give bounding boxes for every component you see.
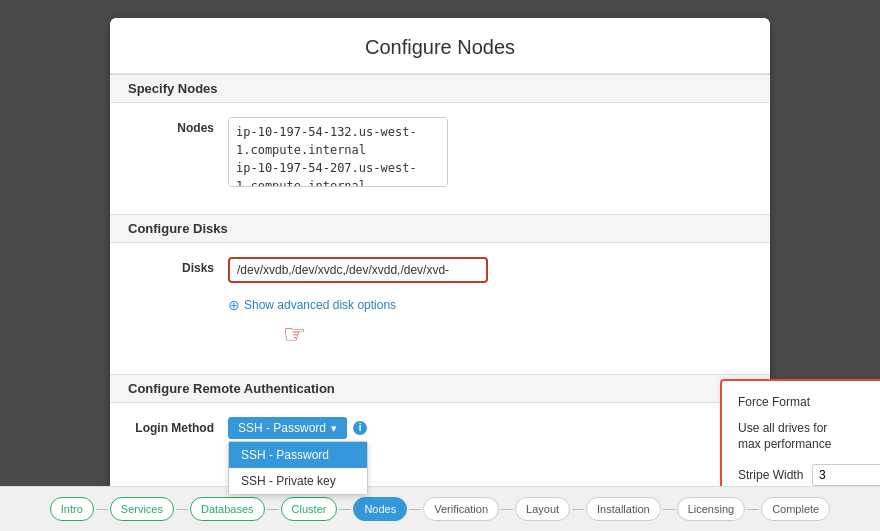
dropdown-ssh-password[interactable]: SSH - Password: [229, 442, 367, 468]
tab-licensing[interactable]: Licensing: [677, 497, 745, 521]
nav-connector-3: [267, 509, 279, 510]
tab-layout[interactable]: Layout: [515, 497, 570, 521]
specify-nodes-header: Specify Nodes: [110, 74, 770, 103]
stripe-width-row: Stripe Width: [738, 464, 880, 486]
nav-connector-2: [176, 509, 188, 510]
disks-input[interactable]: [228, 257, 488, 283]
disks-label: Disks: [128, 257, 228, 275]
nav-connector-5: [409, 509, 421, 510]
specify-nodes-section: Specify Nodes Nodes: [110, 74, 770, 214]
force-format-row: Force Format i: [738, 395, 880, 409]
nav-connector-7: [572, 509, 584, 510]
page-title: Configure Nodes: [110, 18, 770, 74]
login-method-label: Login Method: [128, 417, 228, 435]
nav-connector-6: [501, 509, 513, 510]
configure-auth-header: Configure Remote Authentication: [110, 374, 770, 403]
advanced-link-text: Show advanced disk options: [244, 298, 396, 312]
nodes-label: Nodes: [128, 117, 228, 135]
plus-icon: ⊕: [228, 297, 240, 313]
tab-cluster[interactable]: Cluster: [281, 497, 338, 521]
popup-box: Force Format i Use all drives for max pe…: [720, 379, 880, 502]
login-method-info-icon[interactable]: i: [353, 421, 367, 435]
nav-connector-8: [663, 509, 675, 510]
login-method-value: SSH - Password: [238, 421, 326, 435]
nodes-row: Nodes: [128, 117, 752, 190]
configure-disks-body: Disks ⊕ Show advanced disk options ☞: [110, 243, 770, 374]
force-format-label: Force Format: [738, 395, 810, 409]
tab-complete[interactable]: Complete: [761, 497, 830, 521]
disks-control: [228, 257, 752, 283]
show-advanced-link[interactable]: ⊕ Show advanced disk options: [228, 297, 396, 313]
login-method-row: Login Method SSH - Password i SSH - Pass…: [128, 417, 752, 439]
tab-services[interactable]: Services: [110, 497, 174, 521]
specify-nodes-body: Nodes: [110, 103, 770, 214]
tab-databases[interactable]: Databases: [190, 497, 265, 521]
nav-tabs: Intro Services Databases Cluster Nodes V…: [48, 497, 832, 521]
tab-nodes[interactable]: Nodes: [353, 497, 407, 521]
app-wrapper: Configure Nodes Specify Nodes Nodes Conf…: [0, 0, 880, 531]
configure-disks-section: Configure Disks Disks ⊕ Show advanced di…: [110, 214, 770, 374]
disks-row: Disks: [128, 257, 752, 283]
nav-connector-4: [339, 509, 351, 510]
cursor-hand-icon: ☞: [283, 319, 306, 349]
nav-connector-1: [96, 509, 108, 510]
tab-intro[interactable]: Intro: [50, 497, 94, 521]
tab-verification[interactable]: Verification: [423, 497, 499, 521]
nodes-control: [228, 117, 752, 190]
login-method-dropdown[interactable]: SSH - Password: [228, 417, 347, 439]
stripe-width-input[interactable]: [812, 464, 880, 486]
dropdown-ssh-private-key[interactable]: SSH - Private key: [229, 468, 367, 494]
advanced-link-control: ⊕ Show advanced disk options ☞: [228, 293, 752, 350]
stripe-width-label: Stripe Width: [738, 468, 803, 482]
use-all-drives-row: Use all drives for max performance i: [738, 421, 880, 452]
nav-connector-9: [747, 509, 759, 510]
login-dropdown-menu: SSH - Password SSH - Private key: [228, 441, 368, 495]
tab-installation[interactable]: Installation: [586, 497, 661, 521]
main-panel: Configure Nodes Specify Nodes Nodes Conf…: [110, 18, 770, 531]
bottom-nav: Intro Services Databases Cluster Nodes V…: [0, 486, 880, 531]
nodes-textarea[interactable]: [228, 117, 448, 187]
configure-disks-header: Configure Disks: [110, 214, 770, 243]
advanced-link-row: ⊕ Show advanced disk options ☞: [128, 293, 752, 350]
login-method-control: SSH - Password i SSH - Password SSH - Pr…: [228, 417, 752, 439]
use-all-drives-label: Use all drives for max performance: [738, 421, 848, 452]
